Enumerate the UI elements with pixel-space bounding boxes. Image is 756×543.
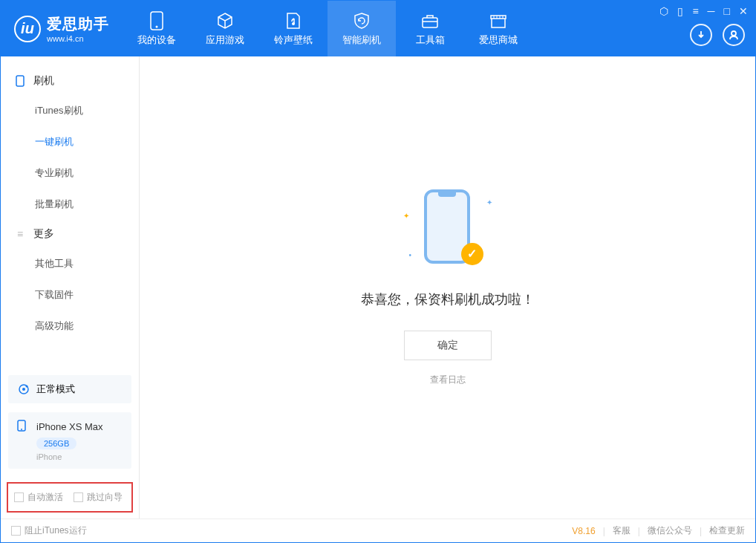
menu-icon[interactable]: ≡: [692, 5, 698, 17]
footer: 阻止iTunes运行 V8.16 | 客服 | 微信公众号 | 检查更新: [1, 518, 755, 542]
checkbox-icon: [14, 492, 24, 502]
svg-point-7: [22, 388, 25, 391]
device-panel[interactable]: iPhone XS Max 256GB iPhone: [8, 412, 131, 469]
sidebar-item-batch-flash[interactable]: 批量刷机: [1, 189, 139, 220]
sidebar-item-other-tools[interactable]: 其他工具: [1, 248, 139, 279]
sidebar-scroll: 刷机 iTunes刷机 一键刷机 专业刷机 批量刷机 ≡ 更多 其他工具 下载固…: [1, 56, 139, 371]
device-name: iPhone XS Max: [36, 421, 103, 432]
notebook-icon[interactable]: ▯: [677, 5, 683, 17]
shield-refresh-icon: [352, 11, 371, 30]
group-title: 更多: [33, 227, 54, 241]
tab-label: 铃声壁纸: [274, 33, 313, 47]
footer-left: 阻止iTunes运行: [11, 524, 87, 537]
checkbox-skip-guide[interactable]: 跳过向导: [74, 491, 123, 504]
sparkle-icon: •: [409, 251, 412, 259]
tab-label: 应用游戏: [206, 33, 244, 47]
tab-smart-flash[interactable]: 智能刷机: [328, 1, 396, 56]
window-controls: ⬡ ▯ ≡ ─ □ ✕: [659, 5, 748, 17]
tab-apps-games[interactable]: 应用游戏: [191, 1, 259, 56]
body: 刷机 iTunes刷机 一键刷机 专业刷机 批量刷机 ≡ 更多 其他工具 下载固…: [1, 56, 755, 518]
checkbox-label: 跳过向导: [87, 491, 123, 504]
user-button[interactable]: [723, 24, 745, 46]
list-icon: ≡: [14, 228, 26, 240]
footer-link-support[interactable]: 客服: [613, 524, 630, 537]
tshirt-icon[interactable]: ⬡: [659, 5, 668, 17]
device-icon: [147, 11, 166, 30]
ok-button[interactable]: 确定: [404, 331, 492, 360]
sidebar-item-download-firmware[interactable]: 下载固件: [1, 279, 139, 310]
group-title: 刷机: [33, 74, 54, 88]
svg-point-10: [21, 429, 22, 430]
tab-label: 我的设备: [137, 33, 176, 47]
tab-label: 工具箱: [416, 33, 445, 47]
footer-link-wechat[interactable]: 微信公众号: [648, 524, 692, 537]
app-window: iu 爱思助手 www.i4.cn 我的设备 应用游戏 铃声壁纸 智能刷机: [0, 0, 756, 543]
svg-point-8: [26, 386, 28, 388]
footer-right: V8.16 | 客服 | 微信公众号 | 检查更新: [572, 524, 745, 537]
mode-label: 正常模式: [36, 383, 75, 396]
main-tabs: 我的设备 应用游戏 铃声壁纸 智能刷机 工具箱 爱思商城: [123, 1, 532, 56]
tab-label: 爱思商城: [479, 33, 518, 47]
svg-rect-3: [423, 18, 437, 27]
phone-icon: [14, 75, 26, 87]
svg-point-4: [731, 31, 736, 36]
tab-ringtones-wallpapers[interactable]: 铃声壁纸: [259, 1, 328, 56]
sidebar-group-flash: 刷机: [1, 67, 139, 95]
music-file-icon: [284, 11, 303, 30]
device-capacity: 256GB: [36, 438, 76, 449]
minimize-icon[interactable]: ─: [708, 5, 715, 17]
app-title: 爱思助手: [47, 14, 109, 34]
view-log-link[interactable]: 查看日志: [430, 374, 466, 386]
highlighted-checkbox-area: 自动激活 跳过向导: [7, 482, 133, 513]
device-type: iPhone: [36, 452, 123, 461]
logo-icon: iu: [14, 16, 41, 42]
svg-rect-5: [16, 76, 24, 86]
logo-text: 爱思助手 www.i4.cn: [47, 14, 109, 43]
store-icon: [489, 11, 508, 30]
main-content: ✦ ✦ • ✓ 恭喜您，保资料刷机成功啦！ 确定 查看日志: [140, 56, 755, 518]
app-subtitle: www.i4.cn: [47, 34, 109, 43]
maximize-icon[interactable]: □: [724, 5, 730, 17]
mode-icon: [17, 383, 30, 396]
checkbox-label: 自动激活: [27, 491, 63, 504]
logo-area: iu 爱思助手 www.i4.cn: [1, 1, 123, 56]
success-message: 恭喜您，保资料刷机成功啦！: [361, 290, 535, 308]
mode-panel[interactable]: 正常模式: [8, 375, 131, 403]
checkbox-block-itunes[interactable]: 阻止iTunes运行: [11, 524, 87, 537]
sparkle-icon: ✦: [403, 212, 409, 220]
checkbox-label: 阻止iTunes运行: [25, 524, 87, 537]
tab-toolbox[interactable]: 工具箱: [396, 1, 464, 56]
checkbox-icon: [11, 526, 21, 536]
tab-label: 智能刷机: [342, 33, 381, 47]
tab-store[interactable]: 爱思商城: [464, 1, 532, 56]
sidebar-item-itunes-flash[interactable]: iTunes刷机: [1, 95, 139, 126]
sparkle-icon: ✦: [486, 198, 492, 207]
sidebar-item-oneclick-flash[interactable]: 一键刷机: [1, 126, 139, 157]
checkbox-auto-activate[interactable]: 自动激活: [14, 491, 63, 504]
sidebar-item-advanced[interactable]: 高级功能: [1, 310, 139, 342]
download-button[interactable]: [690, 24, 712, 46]
toolbox-icon: [420, 11, 440, 30]
version-label: V8.16: [572, 526, 595, 536]
tab-my-device[interactable]: 我的设备: [123, 1, 191, 56]
sidebar-group-more: ≡ 更多: [1, 220, 139, 248]
sidebar-item-pro-flash[interactable]: 专业刷机: [1, 157, 139, 189]
checkbox-icon: [74, 492, 83, 502]
device-phone-icon: [17, 420, 30, 433]
check-badge-icon: ✓: [461, 243, 483, 265]
svg-point-2: [292, 22, 295, 25]
cube-icon: [215, 11, 235, 30]
close-icon[interactable]: ✕: [739, 5, 748, 17]
success-illustration: ✦ ✦ • ✓: [396, 189, 500, 271]
footer-link-update[interactable]: 检查更新: [709, 524, 745, 537]
header: iu 爱思助手 www.i4.cn 我的设备 应用游戏 铃声壁纸 智能刷机: [1, 1, 755, 56]
sidebar: 刷机 iTunes刷机 一键刷机 专业刷机 批量刷机 ≡ 更多 其他工具 下载固…: [1, 56, 140, 518]
svg-point-1: [156, 25, 158, 27]
header-right-buttons: [690, 24, 745, 46]
device-name-row: iPhone XS Max: [17, 420, 123, 433]
